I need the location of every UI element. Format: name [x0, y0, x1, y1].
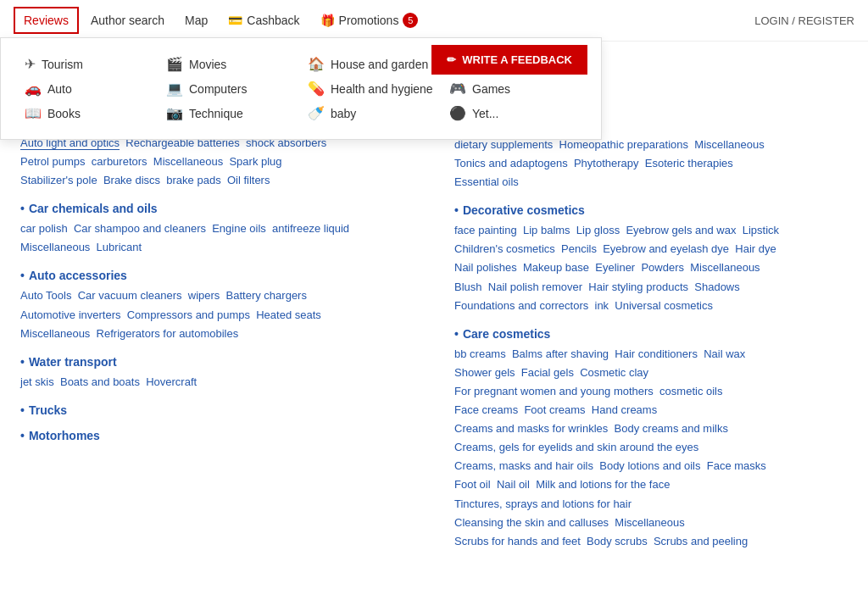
- link-makeup-base[interactable]: Makeup base: [523, 261, 589, 274]
- link-facial-gels[interactable]: Facial gels: [521, 366, 574, 379]
- write-feedback-button[interactable]: ✏ WRITE A FEEDBACK: [431, 45, 587, 75]
- link-nail-wax[interactable]: Nail wax: [704, 347, 745, 360]
- link-shower-gels[interactable]: Shower gels: [454, 366, 515, 379]
- link-creams-wrinkles[interactable]: Creams and masks for wrinkles: [454, 422, 608, 435]
- link-blush[interactable]: Blush: [454, 281, 482, 293]
- link-carburetors[interactable]: carburetors: [92, 155, 147, 168]
- link-petrol[interactable]: Petrol pumps: [20, 155, 86, 168]
- nav-map[interactable]: Map: [176, 8, 216, 32]
- link-eyebrow-eyelash[interactable]: Eyebrow and eyelash dye: [603, 242, 729, 255]
- dropdown-yet[interactable]: ⚫ Yet...: [442, 101, 584, 125]
- link-foot-creams[interactable]: Foot creams: [524, 403, 585, 416]
- link-scrubs-hands[interactable]: Scrubs for hands and feet: [454, 535, 581, 547]
- dropdown-technique[interactable]: 📷 Technique: [159, 101, 301, 125]
- link-misc-alt[interactable]: Miscellaneous: [694, 138, 764, 151]
- link-face-painting[interactable]: face painting: [454, 224, 517, 236]
- link-powders[interactable]: Powders: [641, 261, 684, 274]
- link-misc-dec[interactable]: Miscellaneous: [690, 261, 760, 274]
- link-misc-care[interactable]: Miscellaneous: [615, 516, 684, 529]
- link-shadows[interactable]: Shadows: [694, 281, 739, 293]
- link-tonics[interactable]: Tonics and adaptogens: [454, 157, 568, 169]
- dropdown-health-hygiene[interactable]: 💊 Health and hygiene: [301, 76, 442, 101]
- link-body-lotions[interactable]: Body lotions and oils: [599, 459, 700, 472]
- link-brake-pads[interactable]: brake pads: [166, 174, 220, 186]
- link-childrens-cosmetics[interactable]: Children's cosmetics: [454, 242, 555, 255]
- dropdown-computers[interactable]: 💻 Computers: [159, 76, 301, 101]
- link-lip-gloss[interactable]: Lip gloss: [576, 224, 620, 236]
- link-spark[interactable]: Spark plug: [229, 155, 281, 168]
- nav-cashback[interactable]: 💳 Cashback: [220, 8, 308, 32]
- water-transport-title[interactable]: Water transport: [20, 355, 417, 369]
- link-essential-oils[interactable]: Essential oils: [454, 175, 519, 188]
- link-milk-lotions-face[interactable]: Milk and lotions for the face: [536, 478, 670, 491]
- link-lubricant[interactable]: Lubricant: [97, 241, 142, 253]
- link-nail-oil[interactable]: Nail oil: [497, 478, 530, 491]
- nav-reviews[interactable]: Reviews: [14, 7, 79, 34]
- dropdown-baby[interactable]: 🍼 baby: [301, 101, 442, 125]
- link-lip-balms[interactable]: Lip balms: [523, 224, 570, 236]
- dropdown-auto[interactable]: 🚗 Auto: [18, 76, 159, 101]
- link-jet-skis[interactable]: jet skis: [20, 375, 54, 388]
- link-tinctures[interactable]: Tinctures, sprays and lotions for hair: [454, 497, 632, 510]
- link-pregnant[interactable]: For pregnant women and young mothers: [454, 385, 654, 397]
- link-nail-polishes[interactable]: Nail polishes: [454, 261, 517, 274]
- link-hovercraft[interactable]: Hovercraft: [146, 375, 197, 388]
- link-brake-discs[interactable]: Brake discs: [103, 174, 160, 186]
- dropdown-house-garden[interactable]: 🏠 House and garden: [301, 52, 442, 76]
- auto-accessories-title[interactable]: Auto accessories: [20, 269, 417, 282]
- link-automotive-inverters[interactable]: Automotive inverters: [20, 308, 121, 321]
- dropdown-tourism[interactable]: ✈ Tourism: [18, 52, 159, 76]
- link-wipers[interactable]: wipers: [188, 289, 220, 302]
- trucks-title[interactable]: Trucks: [20, 403, 417, 417]
- dropdown-movies[interactable]: 🎬 Movies: [159, 52, 301, 76]
- link-face-creams[interactable]: Face creams: [454, 403, 518, 416]
- link-boats[interactable]: Boats and boats: [60, 375, 140, 388]
- link-body-creams-milks[interactable]: Body creams and milks: [615, 422, 728, 435]
- link-stabilizer[interactable]: Stabilizer's pole: [20, 174, 97, 186]
- link-misc-1[interactable]: Miscellaneous: [153, 155, 223, 168]
- link-misc-3[interactable]: Miscellaneous: [20, 327, 90, 340]
- link-misc-2[interactable]: Miscellaneous: [20, 241, 90, 253]
- dropdown-games[interactable]: 🎮 Games: [442, 76, 584, 101]
- nav-promotions[interactable]: 🎁 Promotions 5: [312, 8, 427, 33]
- link-battery-chargers[interactable]: Battery chargers: [226, 289, 307, 302]
- link-body-scrubs[interactable]: Body scrubs: [587, 535, 648, 547]
- link-compressors[interactable]: Compressors and pumps: [127, 308, 250, 321]
- login-register[interactable]: LOGIN / REGISTER: [754, 14, 854, 27]
- link-scrubs-peeling[interactable]: Scrubs and peeling: [654, 535, 748, 547]
- link-foundations[interactable]: Foundations and correctors: [454, 299, 588, 312]
- link-engine-oils[interactable]: Engine oils: [212, 222, 266, 235]
- link-esoteric[interactable]: Esoteric therapies: [645, 157, 733, 169]
- link-car-polish[interactable]: car polish: [20, 222, 68, 235]
- link-refrigerators[interactable]: Refrigerators for automobiles: [97, 327, 239, 340]
- link-hair-styling[interactable]: Hair styling products: [588, 281, 688, 293]
- link-ink[interactable]: ink: [595, 299, 609, 312]
- link-auto-tools[interactable]: Auto Tools: [20, 289, 71, 302]
- link-antifreeze[interactable]: antifreeze liquid: [272, 222, 349, 235]
- motorhomes-title[interactable]: Motorhomes: [20, 429, 417, 442]
- link-eyeliner[interactable]: Eyeliner: [595, 261, 635, 274]
- link-cosmetic-clay[interactable]: Cosmetic clay: [580, 366, 648, 379]
- link-foot-oil[interactable]: Foot oil: [454, 478, 491, 491]
- link-hair-conditioners[interactable]: Hair conditioners: [615, 347, 698, 360]
- care-cosmetics-title[interactable]: Care cosmetics: [454, 327, 851, 341]
- link-dietary[interactable]: dietary supplements: [454, 138, 553, 151]
- link-universal-cosmetics[interactable]: Universal cosmetics: [615, 299, 713, 312]
- nav-author-search[interactable]: Author search: [82, 8, 173, 32]
- link-cosmetic-oils[interactable]: cosmetic oils: [659, 385, 722, 397]
- link-creams-hair-oils[interactable]: Creams, masks and hair oils: [454, 459, 593, 472]
- decorative-cosmetics-title[interactable]: Decorative cosmetics: [454, 203, 851, 217]
- link-phytotherapy[interactable]: Phytotherapy: [574, 157, 639, 169]
- link-car-vacuum[interactable]: Car vacuum cleaners: [78, 289, 182, 302]
- link-homeopathic[interactable]: Homeopathic preparations: [559, 138, 688, 151]
- link-bb-creams[interactable]: bb creams: [454, 347, 506, 360]
- link-balms-shaving[interactable]: Balms after shaving: [512, 347, 609, 360]
- dropdown-books[interactable]: 📖 Books: [18, 101, 159, 125]
- link-oil-filters[interactable]: Oil filters: [227, 174, 270, 186]
- link-hair-dye[interactable]: Hair dye: [735, 242, 776, 255]
- link-heated-seats[interactable]: Heated seats: [256, 308, 321, 321]
- link-creams-eyelids[interactable]: Creams, gels for eyelids and skin around…: [454, 441, 698, 453]
- link-eyebrow-gels[interactable]: Eyebrow gels and wax: [626, 224, 736, 236]
- link-pencils[interactable]: Pencils: [561, 242, 597, 255]
- link-cleansing[interactable]: Cleansing the skin and calluses: [454, 516, 609, 529]
